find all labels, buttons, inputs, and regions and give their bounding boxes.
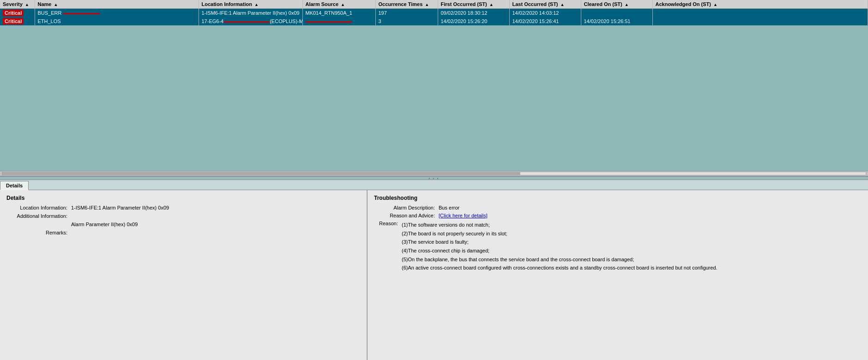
troubleshooting-title: Troubleshooting (374, 195, 862, 201)
detail-location-label: Location Information: (6, 205, 71, 210)
col-header-last-occurred[interactable]: Last Occurred (ST) ▲ (509, 0, 581, 9)
ts-description-value: Bus error (439, 205, 862, 210)
sort-arrow-first-occurred: ▲ (489, 2, 494, 7)
redacted-mark-1 (63, 13, 100, 14)
detail-additional-value-spacer (6, 222, 71, 227)
ts-reason-row: Reason: (1)The software versions do not … (374, 221, 862, 272)
cell-occurrence-1: 197 (375, 9, 438, 18)
ts-description-row: Alarm Description: Bus error (374, 205, 862, 210)
resize-dots: ▪ ▪ ▪ (429, 176, 440, 180)
cell-cleared-2: 14/02/2020 15:26:51 (581, 17, 652, 25)
cell-acknowledged-1 (652, 9, 868, 18)
tab-bar: Details (0, 180, 868, 190)
alarm-table: Severity ▲ Name ▲ Location Information ▲… (0, 0, 868, 25)
horizontal-scrollbar[interactable] (0, 171, 868, 176)
bottom-area: Details Location Information: 1-ISM6-IFE… (0, 190, 868, 360)
sort-arrow-acknowledged: ▲ (713, 2, 717, 7)
cell-first-occurred-1: 09/02/2020 18:30:12 (438, 9, 509, 18)
cell-source-2 (302, 17, 375, 25)
sort-arrow-source: ▲ (341, 2, 345, 7)
sort-arrow-name: ▲ (54, 2, 58, 7)
ts-reason-advice-label: Reason and Advice: (374, 213, 439, 218)
resize-handle[interactable]: ▪ ▪ ▪ (0, 176, 868, 180)
sort-arrow-severity: ▲ (25, 2, 29, 7)
ts-reason-advice-link: [Click here for details] (439, 213, 862, 218)
detail-remarks-row: Remarks: (6, 230, 360, 235)
detail-additional-label: Additional Information: (6, 213, 71, 219)
scrollbar-thumb[interactable] (2, 172, 520, 175)
sort-arrow-occurrence: ▲ (425, 2, 429, 7)
redacted-mark-source-2 (306, 21, 352, 23)
table-header-row: Severity ▲ Name ▲ Location Information ▲… (0, 0, 868, 9)
col-header-source[interactable]: Alarm Source ▲ (302, 0, 375, 9)
detail-additional-value-text: Alarm Parameter II(hex) 0x09 (71, 222, 138, 227)
alarm-table-area: Severity ▲ Name ▲ Location Information ▲… (0, 0, 868, 171)
ts-description-label: Alarm Description: (374, 205, 439, 210)
cell-first-occurred-2: 14/02/2020 15:26:20 (438, 17, 509, 25)
ts-reason-item-1: (1)The software versions do not match; (402, 221, 862, 229)
cell-occurrence-2: 3 (375, 17, 438, 25)
cell-name-1: BUS_ERR (35, 9, 199, 18)
details-panel: Details Location Information: 1-ISM6-IFE… (0, 190, 367, 360)
ts-reason-item-6: (6)An active cross-connect board configu… (402, 264, 862, 272)
col-header-location[interactable]: Location Information ▲ (199, 0, 302, 9)
redacted-mark-location-2 (223, 21, 270, 23)
cell-location-1: 1-ISM6-IFE:1 Alarm Parameter II(hex) 0x0… (199, 9, 302, 18)
detail-additional-value-row: Alarm Parameter II(hex) 0x09 (6, 222, 360, 227)
ts-reason-label: Reason: (374, 221, 402, 272)
col-header-first-occurred[interactable]: First Occurred (ST) ▲ (438, 0, 509, 9)
click-here-link[interactable]: [Click here for details] (439, 213, 488, 218)
cell-location-2: 17-EG6-4(ECOPLUS)-MAC:1 (199, 17, 302, 25)
sort-arrow-cleared: ▲ (625, 2, 629, 7)
severity-badge-1: Critical (3, 10, 24, 16)
ts-reason-item-3: (3)The service board is faulty; (402, 238, 862, 246)
col-header-cleared[interactable]: Cleared On (ST) ▲ (581, 0, 652, 9)
col-header-name[interactable]: Name ▲ (35, 0, 199, 9)
cell-last-occurred-2: 14/02/2020 15:26:41 (509, 17, 581, 25)
sort-arrow-last-occurred: ▲ (561, 2, 565, 7)
table-row[interactable]: Critical BUS_ERR 1-ISM6-IFE:1 Alarm Para… (0, 9, 868, 18)
scrollbar-track[interactable] (2, 172, 866, 175)
detail-additional-row: Additional Information: (6, 213, 360, 219)
troubleshooting-panel: Troubleshooting Alarm Description: Bus e… (368, 190, 868, 360)
ts-reason-item-4: (4)The cross-connect chip is damaged; (402, 246, 862, 255)
detail-remarks-label: Remarks: (6, 230, 71, 235)
cell-severity-2: Critical (0, 17, 35, 25)
cell-acknowledged-2 (652, 17, 868, 25)
ts-reason-item-2: (2)The board is not properly securely in… (402, 229, 862, 238)
ts-reason-list: (1)The software versions do not match; (… (402, 221, 862, 272)
cell-severity-1: Critical (0, 9, 35, 18)
col-header-severity[interactable]: Severity ▲ (0, 0, 35, 9)
ts-reason-advice-row: Reason and Advice: [Click here for detai… (374, 213, 862, 218)
table-row[interactable]: Critical ETH_LOS 17-EG6-4(ECOPLUS)-MAC:1… (0, 17, 868, 25)
cell-name-2: ETH_LOS (35, 17, 199, 25)
cell-source-1: MK014_RTN950A_1 (302, 9, 375, 18)
cell-cleared-1 (581, 9, 652, 18)
ts-reason-item-5: (5)On the backplane, the bus that connec… (402, 255, 862, 264)
col-header-acknowledged[interactable]: Acknowledged On (ST) ▲ (652, 0, 868, 9)
tab-details[interactable]: Details (0, 181, 29, 190)
details-title: Details (6, 195, 360, 201)
detail-location-value: 1-ISM6-IFE:1 Alarm Parameter II(hex) 0x0… (71, 205, 169, 210)
detail-location-row: Location Information: 1-ISM6-IFE:1 Alarm… (6, 205, 360, 210)
severity-badge-2: Critical (3, 18, 24, 24)
col-header-occurrence[interactable]: Occurrence Times ▲ (375, 0, 438, 9)
cell-last-occurred-1: 14/02/2020 14:03:12 (509, 9, 581, 18)
sort-arrow-location: ▲ (254, 2, 259, 7)
